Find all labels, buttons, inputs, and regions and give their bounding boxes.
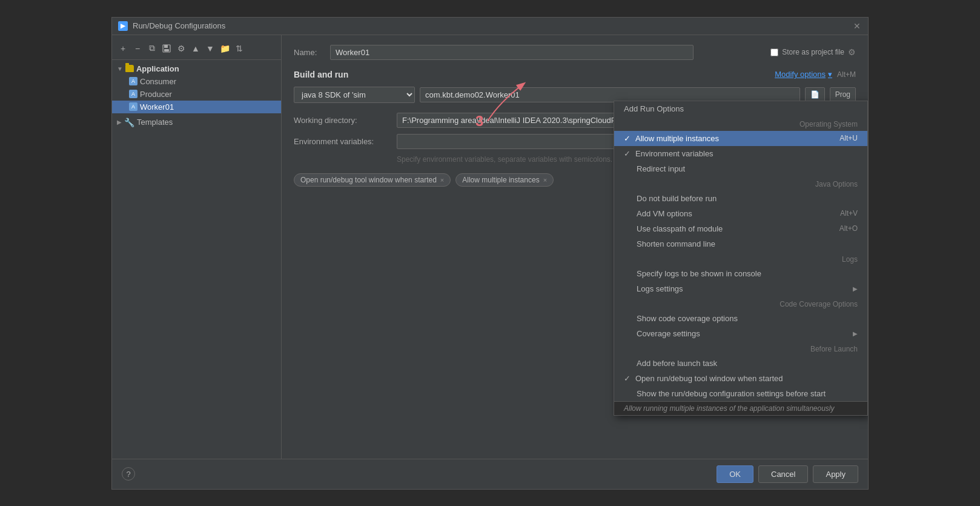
name-label: Name:: [294, 48, 324, 57]
dropdown-header-before-launch: Before Launch: [614, 342, 867, 356]
save-configuration-button[interactable]: [161, 42, 173, 55]
tag-allow-multiple: Allow multiple instances ×: [455, 173, 554, 187]
sort-button[interactable]: ⇅: [233, 42, 245, 55]
add-vm-label: Add VM options: [624, 209, 692, 218]
ok-button[interactable]: OK: [717, 465, 753, 483]
dropdown-item-specify-logs[interactable]: Specify logs to be shown in console: [614, 266, 867, 281]
producer-icon: A: [129, 90, 137, 98]
dropdown-item-shorten-cmd[interactable]: Shorten command line: [614, 236, 867, 251]
coverage-settings-arrow-icon: ▶: [853, 330, 858, 337]
application-folder-icon: [125, 65, 134, 72]
working-dir-label: Working directory:: [294, 116, 391, 125]
modify-options-dropdown: Add Run Options Operating System ✓ Allow…: [614, 101, 868, 416]
gear-icon: ⚙: [848, 47, 856, 57]
browse-main-class-button[interactable]: 📄: [805, 87, 825, 102]
svg-rect-1: [164, 45, 168, 48]
add-configuration-button[interactable]: +: [117, 42, 129, 55]
add-run-options-label: Add Run Options: [624, 104, 684, 113]
wrench-button[interactable]: ⚙: [175, 42, 187, 55]
application-label: Application: [136, 64, 179, 73]
move-down-button[interactable]: ▼: [204, 42, 216, 55]
worker01-icon: A: [129, 102, 137, 111]
store-as-project-checkbox[interactable]: [770, 48, 778, 56]
logs-settings-arrow-icon: ▶: [853, 285, 858, 292]
show-config-label: Show the run/debug configuration setting…: [624, 389, 826, 398]
add-vm-shortcut: Alt+V: [840, 209, 858, 218]
move-up-button[interactable]: ▲: [190, 42, 202, 55]
env-vars-dropdown-label: Environment variables: [635, 149, 713, 158]
copy-configuration-button[interactable]: ⧉: [146, 42, 158, 55]
dropdown-item-add-vm[interactable]: Add VM options Alt+V: [614, 206, 867, 221]
dropdown-item-show-config[interactable]: Show the run/debug configuration setting…: [614, 386, 867, 401]
shorten-cmd-label: Shorten command line: [624, 239, 715, 248]
sidebar-item-worker01[interactable]: A Worker01: [112, 101, 281, 113]
dropdown-item-show-coverage[interactable]: Show code coverage options: [614, 311, 867, 326]
templates-arrow-icon: ▶: [117, 119, 122, 125]
section-title: Build and run: [294, 70, 348, 79]
expand-arrow-icon: ▼: [117, 65, 123, 72]
name-input[interactable]: [330, 45, 694, 60]
dialog-icon: ▶: [118, 21, 128, 31]
apply-button[interactable]: Apply: [813, 465, 858, 483]
dropdown-item-open-tool-window[interactable]: ✓ Open run/debug tool window when starte…: [614, 371, 867, 386]
tag-allow-multiple-label: Allow multiple instances: [462, 176, 539, 184]
modify-options-area: Modify options ▾ Alt+M: [775, 70, 856, 79]
allow-multiple-shortcut: Alt+U: [839, 134, 858, 142]
producer-label: Producer: [140, 90, 172, 99]
folder-button[interactable]: 📁: [219, 42, 231, 55]
modify-options-label: Modify options: [775, 70, 826, 79]
sidebar-item-application[interactable]: ▼ Application: [112, 62, 281, 75]
modify-options-button[interactable]: Modify options ▾: [775, 70, 832, 79]
tag-open-tool-window-close[interactable]: ×: [440, 176, 444, 184]
store-as-project-label: Store as project file: [782, 48, 844, 56]
env-check-icon: ✓: [624, 149, 631, 158]
dropdown-tooltip: Allow running multiple instances of the …: [614, 401, 867, 415]
dropdown-item-env-vars[interactable]: ✓ Environment variables: [614, 146, 867, 161]
templates-label: Templates: [137, 118, 173, 127]
allow-multiple-label: Allow multiple instances: [635, 134, 719, 143]
redirect-input-label: Redirect input: [624, 164, 685, 173]
open-tool-window-dropdown-label: Open run/debug tool window when started: [635, 374, 783, 383]
sidebar-item-consumer[interactable]: A Consumer: [112, 75, 281, 88]
footer-left: ?: [122, 467, 135, 481]
dropdown-item-classpath[interactable]: Use classpath of module Alt+O: [614, 221, 867, 236]
dropdown-item-coverage-settings[interactable]: Coverage settings ▶: [614, 326, 867, 341]
dropdown-item-redirect-input[interactable]: Redirect input: [614, 161, 867, 176]
dropdown-item-logs-settings[interactable]: Logs settings ▶: [614, 281, 867, 296]
add-before-launch-label: Add before launch task: [624, 359, 717, 368]
worker01-label: Worker01: [140, 102, 174, 112]
dropdown-header-java-options: Java Options: [614, 178, 867, 191]
close-button[interactable]: ✕: [852, 21, 862, 31]
cancel-button[interactable]: Cancel: [758, 465, 808, 483]
sidebar-item-producer[interactable]: A Producer: [112, 88, 281, 101]
help-button[interactable]: ?: [122, 467, 135, 481]
dialog-footer: ? OK Cancel Apply: [112, 459, 868, 489]
consumer-icon: A: [129, 77, 137, 85]
tag-allow-multiple-close[interactable]: ×: [543, 176, 547, 184]
store-row: Store as project file ⚙: [770, 47, 856, 57]
tag-open-tool-window-label: Open run/debug tool window when started: [300, 176, 437, 184]
dropdown-item-add-run-options[interactable]: Add Run Options: [614, 101, 867, 116]
chevron-down-icon: ▾: [828, 70, 832, 79]
classpath-shortcut: Alt+O: [839, 224, 858, 233]
allow-multiple-left: ✓ Allow multiple instances: [624, 134, 719, 143]
no-build-label: Do not build before run: [624, 194, 717, 203]
prog-button[interactable]: Prog: [830, 87, 856, 102]
tag-open-tool-window: Open run/debug tool window when started …: [294, 173, 451, 187]
footer-right: OK Cancel Apply: [717, 465, 858, 483]
dropdown-item-no-build[interactable]: Do not build before run: [614, 191, 867, 206]
main-content: Name: Store as project file ⚙ Build and …: [282, 35, 868, 459]
sdk-dropdown[interactable]: java 8 SDK of 'sim: [294, 87, 415, 103]
remove-configuration-button[interactable]: −: [131, 42, 144, 55]
title-bar-left: ▶ Run/Debug Configurations: [118, 21, 225, 31]
modify-options-shortcut: Alt+M: [837, 70, 856, 79]
dialog-body: + − ⧉ ⚙ ▲ ▼ 📁 ⇅ ▼ Application A: [112, 35, 868, 459]
sidebar-item-templates[interactable]: ▶ 🔧 Templates: [112, 116, 281, 129]
svg-rect-2: [164, 49, 169, 52]
dropdown-item-add-before-launch[interactable]: Add before launch task: [614, 356, 867, 371]
build-run-header-row: Build and run Modify options ▾ Alt+M: [294, 70, 856, 79]
coverage-settings-label: Coverage settings: [624, 329, 700, 338]
templates-icon: 🔧: [124, 118, 134, 127]
dropdown-item-allow-multiple[interactable]: ✓ Allow multiple instances Alt+U: [614, 131, 867, 146]
dropdown-header-logs: Logs: [614, 253, 867, 266]
